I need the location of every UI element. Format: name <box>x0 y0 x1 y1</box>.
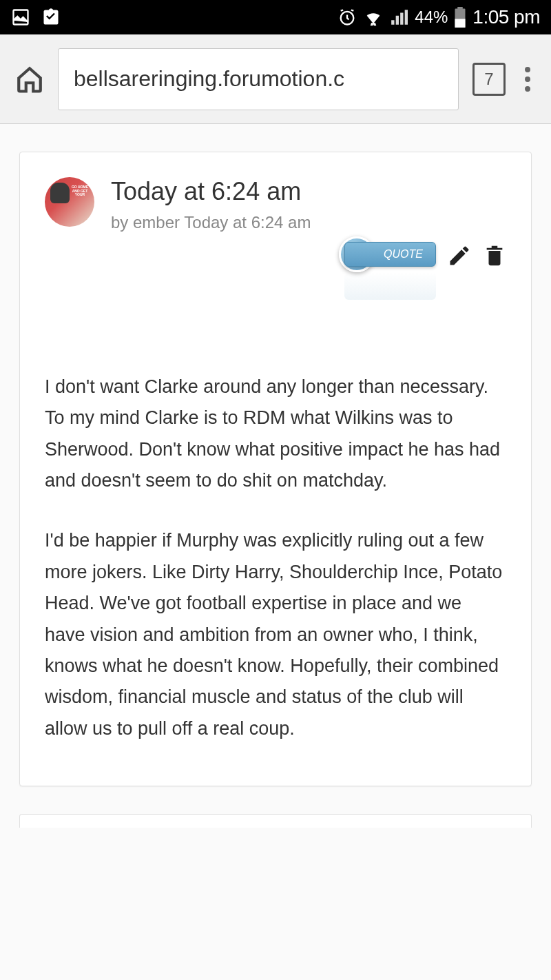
url-bar[interactable]: bellsareringing.forumotion.c <box>58 48 459 110</box>
next-post-preview <box>19 814 532 828</box>
page-content: Today at 6:24 am by ember Today at 6:24 … <box>0 124 551 828</box>
overflow-menu-icon[interactable] <box>519 61 536 97</box>
alarm-icon <box>337 8 357 27</box>
url-text: bellsareringing.forumotion.c <box>74 66 344 92</box>
post-actions: QUOTE <box>45 242 506 268</box>
battery-icon <box>455 7 466 28</box>
post-header: Today at 6:24 am by ember Today at 6:24 … <box>45 177 506 232</box>
gallery-icon <box>11 8 30 27</box>
post-heading-block: Today at 6:24 am by ember Today at 6:24 … <box>111 177 311 232</box>
post-title: Today at 6:24 am <box>111 177 311 206</box>
svg-rect-3 <box>458 7 464 10</box>
post-body: I don't want Clarke around any longer th… <box>45 371 506 744</box>
forum-post-card: Today at 6:24 am by ember Today at 6:24 … <box>19 152 532 786</box>
status-left-icons <box>11 8 61 27</box>
post-paragraph: I'd be happier if Murphy was explicitly … <box>45 525 506 744</box>
delete-icon[interactable] <box>483 243 506 268</box>
status-time: 1:05 pm <box>472 6 540 28</box>
android-status-bar: 44% 1:05 pm <box>0 0 551 34</box>
post-paragraph: I don't want Clarke around any longer th… <box>45 371 506 496</box>
wifi-icon <box>364 8 383 27</box>
signal-icon <box>390 8 408 26</box>
tab-count-value: 7 <box>484 70 493 89</box>
avatar[interactable] <box>45 177 94 227</box>
svg-rect-4 <box>455 19 466 28</box>
home-icon[interactable] <box>15 65 44 94</box>
post-meta: by ember Today at 6:24 am <box>111 213 311 232</box>
quote-button-label: QUOTE <box>384 248 423 261</box>
tab-counter[interactable]: 7 <box>472 63 506 96</box>
quote-button[interactable]: QUOTE <box>344 242 436 267</box>
edit-icon[interactable] <box>447 243 472 268</box>
status-right-icons: 44% 1:05 pm <box>337 6 540 28</box>
download-complete-icon <box>41 8 61 27</box>
browser-chrome: bellsareringing.forumotion.c 7 <box>0 34 551 124</box>
battery-percentage: 44% <box>415 8 448 27</box>
